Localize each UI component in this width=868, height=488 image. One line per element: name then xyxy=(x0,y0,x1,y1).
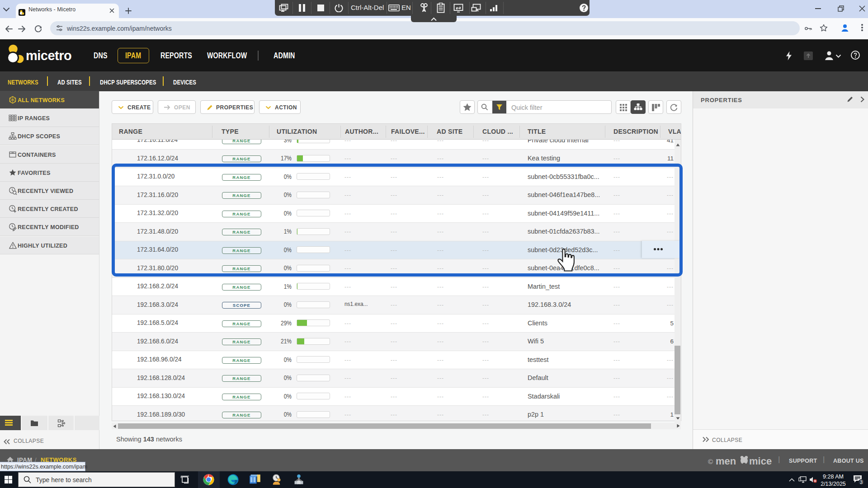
svg-text:3: 3 xyxy=(860,479,863,485)
